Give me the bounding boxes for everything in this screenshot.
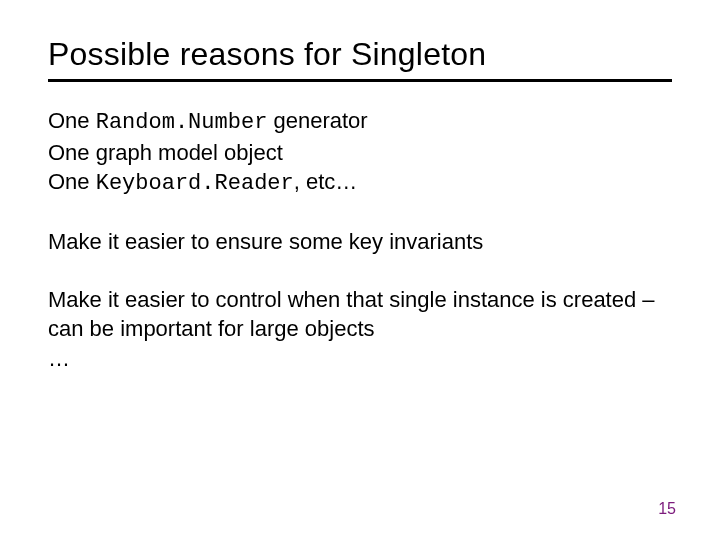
text-one-1: One	[48, 108, 96, 133]
code-keyboardreader: Keyboard.Reader	[96, 171, 294, 196]
title-underline	[48, 79, 672, 82]
spacer-1	[48, 199, 672, 227]
spacer-2	[48, 257, 672, 285]
body-line-1: One Random.Number generator	[48, 106, 672, 138]
slide: Possible reasons for Singleton One Rando…	[0, 0, 720, 540]
text-one-3: One	[48, 169, 96, 194]
body-line-5: Make it easier to control when that sing…	[48, 285, 672, 344]
body-line-3: One Keyboard.Reader, etc…	[48, 167, 672, 199]
text-etc: , etc…	[294, 169, 358, 194]
body-line-2: One graph model object	[48, 138, 672, 168]
page-number: 15	[658, 500, 676, 518]
slide-title: Possible reasons for Singleton	[48, 36, 672, 73]
body-line-6: …	[48, 344, 672, 374]
code-randomnumber: Random.Number	[96, 110, 268, 135]
slide-body: One Random.Number generator One graph mo…	[48, 106, 672, 374]
body-line-4: Make it easier to ensure some key invari…	[48, 227, 672, 257]
text-generator: generator	[267, 108, 367, 133]
